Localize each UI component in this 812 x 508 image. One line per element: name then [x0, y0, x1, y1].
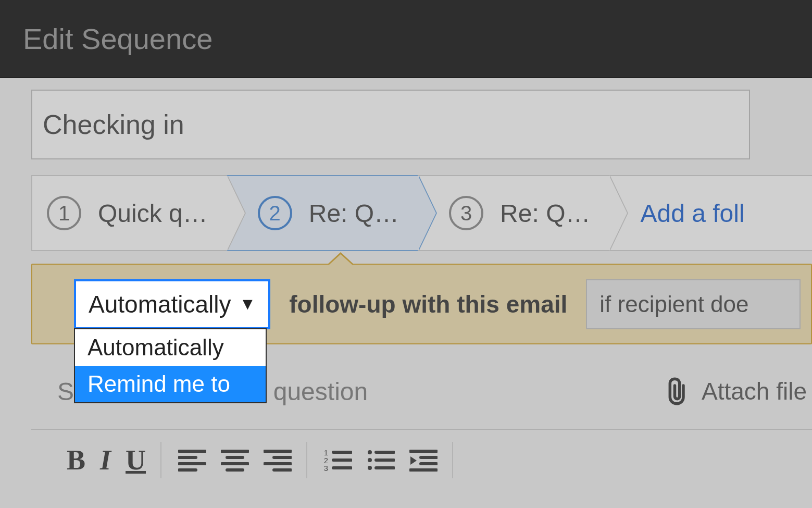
add-followup-step[interactable]: Add a foll — [609, 175, 812, 251]
caret-down-icon: ▼ — [240, 294, 256, 314]
subject-value-fragment: question — [273, 377, 368, 406]
dropdown-menu: Automatically Remind me to — [74, 328, 267, 403]
paperclip-icon — [666, 377, 689, 406]
dropdown-option-remind-me-to[interactable]: Remind me to — [75, 366, 266, 402]
page-root: Edit Sequence Checking in 1 Quick q… 2 R… — [0, 0, 812, 508]
editor-format-toolbar: B I U 123 — [31, 429, 812, 478]
step-number-badge: 2 — [258, 196, 292, 230]
modal-content: Checking in 1 Quick q… 2 Re: Q… 3 Re: Q…… — [0, 78, 812, 478]
followup-settings-content: Automatically ▼ Automatically Remind me … — [31, 264, 812, 344]
italic-button[interactable]: I — [100, 444, 111, 476]
align-right-icon[interactable] — [264, 448, 292, 472]
step-label: Re: Q… — [309, 199, 399, 228]
step-number-badge: 3 — [449, 196, 483, 230]
align-left-icon[interactable] — [178, 448, 206, 472]
svg-point-22 — [368, 458, 372, 462]
underline-button[interactable]: U — [126, 444, 146, 476]
svg-marker-28 — [410, 456, 417, 465]
sequence-name-value: Checking in — [43, 109, 184, 140]
followup-static-text: follow-up with this email — [289, 290, 567, 318]
numbered-list-icon[interactable]: 123 — [324, 448, 352, 472]
svg-point-23 — [368, 466, 372, 470]
add-followup-label: Add a foll — [640, 199, 744, 228]
svg-text:2: 2 — [324, 456, 328, 465]
modal-header: Edit Sequence — [0, 0, 812, 78]
followup-condition-select[interactable]: if recipient doe — [586, 279, 801, 329]
followup-settings-bar: Automatically ▼ Automatically Remind me … — [31, 264, 812, 344]
bold-button[interactable]: B — [67, 444, 85, 476]
sequence-step-2-active[interactable]: 2 Re: Q… — [227, 175, 418, 251]
svg-text:1: 1 — [324, 449, 328, 457]
sequence-name-input[interactable]: Checking in — [31, 90, 750, 159]
sequence-step-1[interactable]: 1 Quick q… — [31, 175, 227, 251]
settings-bar-pointer-icon — [327, 252, 354, 265]
attach-files-button[interactable]: Attach file — [666, 377, 807, 406]
svg-point-21 — [368, 450, 372, 454]
step-number-badge: 1 — [47, 196, 81, 230]
dropdown-selected-value: Automatically — [89, 290, 231, 318]
attach-files-label: Attach file — [702, 377, 807, 405]
indent-icon[interactable] — [409, 448, 438, 472]
dropdown-toggle[interactable]: Automatically ▼ — [74, 279, 270, 329]
sequence-steps-nav: 1 Quick q… 2 Re: Q… 3 Re: Q… Add a foll — [31, 175, 812, 251]
modal-title: Edit Sequence — [23, 22, 213, 56]
sequence-step-3[interactable]: 3 Re: Q… — [418, 175, 609, 251]
followup-condition-value: if recipient doe — [599, 291, 748, 317]
dropdown-option-automatically[interactable]: Automatically — [75, 329, 266, 366]
align-center-icon[interactable] — [221, 448, 249, 472]
trigger-mode-dropdown[interactable]: Automatically ▼ Automatically Remind me … — [74, 279, 270, 329]
step-label: Quick q… — [98, 199, 208, 228]
svg-text:3: 3 — [324, 464, 328, 472]
bullet-list-icon[interactable] — [367, 448, 395, 472]
step-label: Re: Q… — [500, 199, 590, 228]
